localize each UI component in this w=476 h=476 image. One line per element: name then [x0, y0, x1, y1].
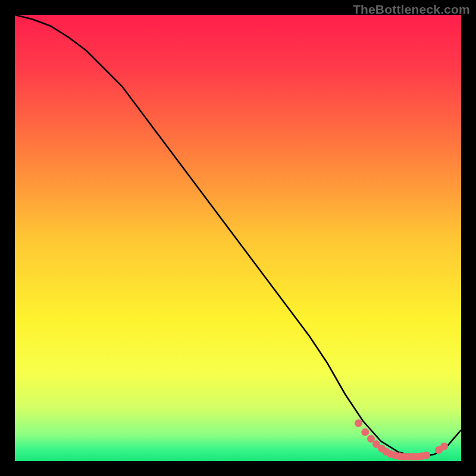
data-point-icon — [440, 443, 448, 450]
plot-svg — [15, 15, 461, 461]
data-point-icon — [422, 452, 430, 459]
chart-stage: TheBottleneck.com — [0, 0, 476, 476]
data-point-icon — [355, 419, 362, 427]
gradient-background — [15, 15, 461, 461]
data-point-icon — [361, 428, 369, 436]
watermark-text: TheBottleneck.com — [353, 2, 470, 17]
plot-area — [15, 15, 461, 461]
